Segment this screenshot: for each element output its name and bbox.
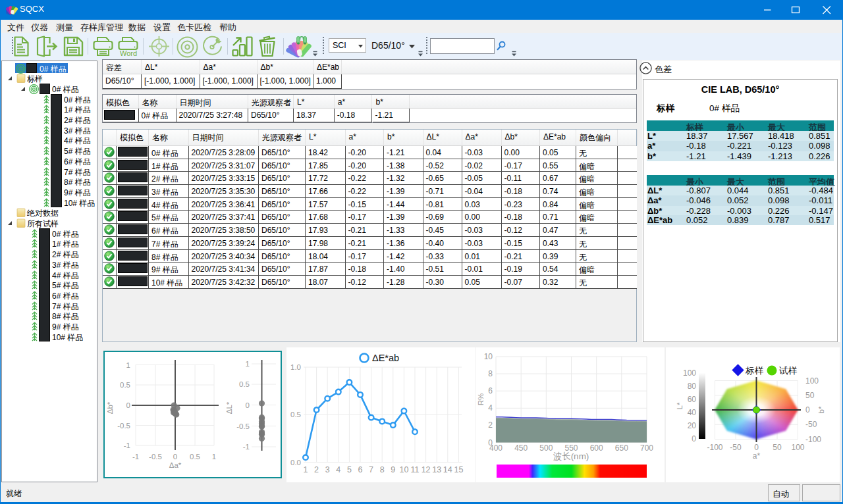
svg-text:3: 3 (325, 465, 330, 474)
svg-text:0: 0 (805, 405, 810, 415)
svg-text:1: 1 (212, 453, 216, 461)
svg-text:a*: a* (753, 451, 761, 461)
svg-text:0: 0 (246, 401, 250, 409)
svg-text:ΔE*ab: ΔE*ab (372, 353, 399, 363)
svg-text:-1: -1 (132, 453, 139, 461)
svg-text:Δb*: Δb* (106, 401, 114, 414)
svg-text:15: 15 (454, 465, 463, 474)
svg-text:L*: L* (676, 402, 684, 409)
svg-text:0.0: 0.0 (290, 459, 301, 466)
svg-text:1: 1 (126, 361, 130, 369)
svg-text:12: 12 (422, 465, 431, 474)
svg-text:700: 700 (640, 443, 653, 453)
svg-text:0: 0 (173, 453, 177, 461)
svg-text:400: 400 (489, 443, 503, 453)
svg-text:13: 13 (432, 465, 441, 474)
svg-text:-0.5: -0.5 (149, 453, 162, 461)
svg-text:5: 5 (347, 465, 352, 474)
svg-text:500: 500 (539, 443, 553, 453)
svg-text:ΔL*: ΔL* (225, 401, 233, 414)
svg-text:450: 450 (514, 443, 528, 453)
svg-text:60: 60 (688, 395, 697, 404)
svg-text:-1: -1 (243, 443, 250, 451)
svg-text:40: 40 (688, 408, 697, 417)
svg-text:Δa*: Δa* (169, 461, 182, 469)
svg-text:波长(nm): 波长(nm) (553, 451, 589, 461)
svg-text:0.5: 0.5 (239, 380, 250, 388)
svg-text:50: 50 (805, 391, 815, 400)
svg-text:7: 7 (369, 465, 373, 474)
svg-text:Word: Word (120, 49, 137, 57)
svg-text:6: 6 (358, 465, 363, 474)
svg-text:b*: b* (817, 406, 825, 413)
svg-text:50: 50 (773, 443, 782, 452)
svg-text:-50: -50 (730, 443, 742, 452)
svg-text:-100: -100 (805, 435, 821, 444)
svg-text:100: 100 (805, 376, 819, 386)
svg-text:试样: 试样 (779, 366, 798, 376)
svg-text:0.5: 0.5 (290, 411, 301, 418)
svg-text:100: 100 (683, 368, 696, 378)
svg-text:10: 10 (484, 352, 493, 361)
svg-text:20: 20 (688, 421, 697, 430)
svg-text:-0.5: -0.5 (117, 422, 130, 430)
svg-text:1.0: 1.0 (290, 363, 301, 371)
svg-text:0.5: 0.5 (190, 453, 200, 461)
svg-text:8: 8 (380, 465, 385, 474)
svg-text:9: 9 (391, 465, 395, 474)
svg-text:-50: -50 (805, 420, 817, 429)
svg-text:1: 1 (304, 465, 308, 474)
svg-text:8: 8 (488, 369, 493, 378)
svg-text:0: 0 (754, 443, 759, 452)
svg-text:R%: R% (477, 393, 485, 406)
svg-text:-100: -100 (707, 443, 722, 452)
svg-text:2: 2 (488, 420, 493, 430)
svg-text:2: 2 (314, 465, 319, 474)
svg-text:4: 4 (336, 465, 340, 474)
svg-text:80: 80 (688, 382, 697, 391)
svg-text:14: 14 (443, 465, 452, 474)
svg-text:0: 0 (692, 434, 696, 443)
svg-text:-1: -1 (124, 441, 130, 449)
svg-text:6: 6 (488, 386, 493, 395)
svg-text:10: 10 (399, 465, 408, 474)
svg-text:0: 0 (126, 401, 130, 409)
svg-text:标样: 标样 (745, 366, 764, 376)
svg-text:11: 11 (411, 465, 420, 474)
svg-text:0.5: 0.5 (120, 381, 130, 389)
svg-text:100: 100 (791, 443, 804, 452)
svg-text:4: 4 (488, 403, 493, 413)
svg-text:-0.5: -0.5 (236, 422, 250, 430)
svg-text:1: 1 (246, 360, 250, 368)
svg-text:650: 650 (615, 443, 628, 453)
svg-text:600: 600 (590, 443, 603, 453)
